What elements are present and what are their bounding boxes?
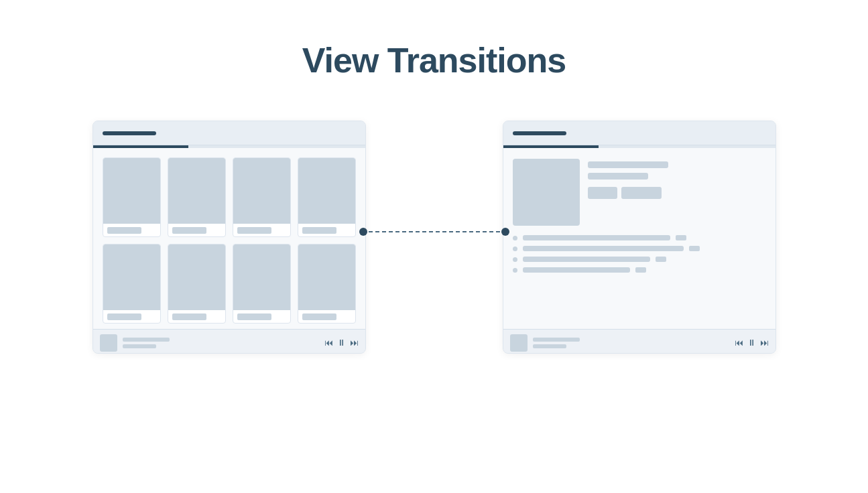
badge-1 <box>588 187 617 199</box>
card-label <box>107 313 141 320</box>
right-mockup-footer: ⏮ ⏸ ⏭ <box>503 329 776 354</box>
right-mockup-body <box>503 148 776 329</box>
grid-card <box>233 244 291 324</box>
footer-line-1 <box>123 338 170 342</box>
right-header-bar <box>513 131 566 135</box>
left-progress-fill <box>93 145 188 148</box>
connector-right-dot <box>501 228 509 236</box>
card-thumbnail <box>233 158 290 224</box>
page-title: View Transitions <box>302 40 566 80</box>
list-bar <box>523 267 630 273</box>
card-label <box>172 227 206 234</box>
detail-list <box>513 235 766 273</box>
list-bullet <box>513 236 517 240</box>
detail-meta <box>588 159 766 199</box>
badge-2 <box>621 187 662 199</box>
footer-controls: ⏮ ⏸ ⏭ <box>735 338 769 348</box>
card-thumbnail <box>298 244 355 310</box>
meta-subtitle-bar <box>588 173 648 180</box>
grid-card <box>103 157 161 237</box>
card-thumbnail <box>103 244 160 310</box>
footer-thumbnail <box>100 334 117 352</box>
meta-title-bar <box>588 161 668 168</box>
transition-connector <box>359 225 509 238</box>
right-progress-track <box>503 145 776 148</box>
card-thumbnail <box>298 158 355 224</box>
footer-text-area <box>533 338 729 348</box>
card-label <box>302 313 336 320</box>
left-mockup: ⏮ ⏸ ⏭ <box>92 121 366 354</box>
connector-line <box>369 231 500 232</box>
list-item <box>513 246 766 251</box>
card-thumbnail <box>103 158 160 224</box>
list-bullet <box>513 268 517 273</box>
list-item <box>513 267 766 273</box>
forward-icon[interactable]: ⏭ <box>760 338 769 348</box>
rewind-icon[interactable]: ⏮ <box>324 338 333 348</box>
list-bullet <box>513 246 517 251</box>
left-header-bar <box>103 131 156 135</box>
grid-card <box>103 244 161 324</box>
card-thumbnail <box>168 244 225 310</box>
list-action-icon <box>656 257 666 262</box>
connector-left-dot <box>359 228 367 236</box>
left-mockup-body <box>93 148 365 329</box>
card-label <box>237 227 271 234</box>
grid-card-highlighted <box>298 157 356 237</box>
forward-icon[interactable]: ⏭ <box>350 338 359 348</box>
meta-badges <box>588 187 766 199</box>
left-mockup-header <box>93 121 365 145</box>
pause-icon[interactable]: ⏸ <box>337 338 346 348</box>
grid-card <box>298 244 356 324</box>
right-mockup-header <box>503 121 776 145</box>
diagrams-row: ⏮ ⏸ ⏭ <box>92 121 776 354</box>
card-label <box>302 227 336 234</box>
list-item <box>513 257 766 262</box>
footer-line-2 <box>123 344 156 348</box>
list-action-icon <box>635 267 646 273</box>
footer-line-1 <box>533 338 580 342</box>
card-label <box>237 313 271 320</box>
footer-thumbnail <box>510 334 528 352</box>
card-thumbnail <box>233 244 290 310</box>
right-progress-fill <box>503 145 599 148</box>
card-thumbnail <box>168 158 225 224</box>
detail-top-section <box>513 159 766 226</box>
list-action-icon <box>689 246 700 251</box>
card-label <box>172 313 206 320</box>
grid-card <box>168 244 226 324</box>
list-item <box>513 235 766 240</box>
grid-card <box>168 157 226 237</box>
list-action-icon <box>676 235 686 240</box>
left-mockup-footer: ⏮ ⏸ ⏭ <box>93 329 365 354</box>
list-bullet <box>513 257 517 262</box>
left-grid <box>103 157 356 324</box>
footer-controls: ⏮ ⏸ ⏭ <box>324 338 359 348</box>
detail-layout <box>513 157 766 324</box>
detail-image <box>513 159 580 226</box>
left-progress-track <box>93 145 365 148</box>
grid-card <box>233 157 291 237</box>
rewind-icon[interactable]: ⏮ <box>735 338 743 348</box>
list-bar <box>523 235 670 240</box>
card-label <box>107 227 141 234</box>
right-mockup: ⏮ ⏸ ⏭ <box>503 121 776 354</box>
pause-icon[interactable]: ⏸ <box>747 338 756 348</box>
footer-line-2 <box>533 344 566 348</box>
list-bar <box>523 257 650 262</box>
list-bar <box>523 246 684 251</box>
footer-text-area <box>123 338 319 348</box>
